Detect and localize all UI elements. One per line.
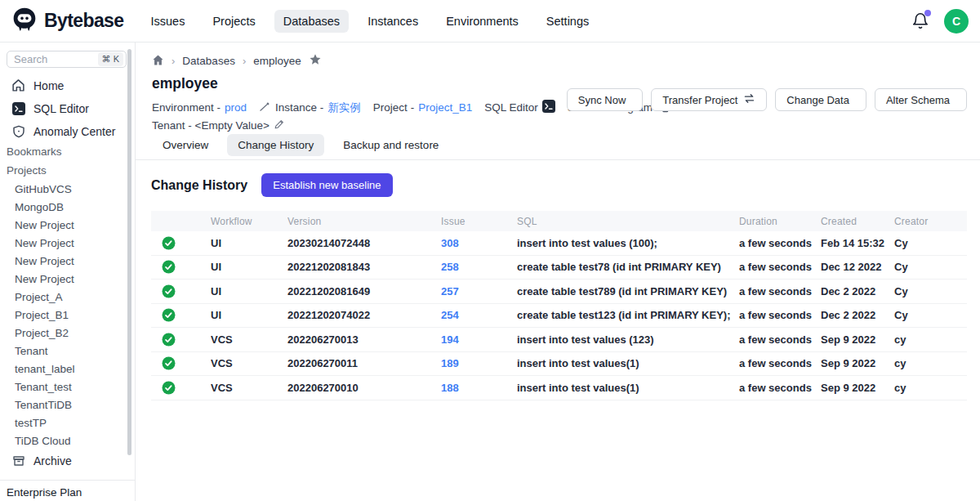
sidebar-project-item[interactable]: tenant_label: [0, 360, 135, 378]
creator-cell: cy: [894, 382, 967, 394]
sidebar-nav-item[interactable]: Anomaly Center: [0, 120, 135, 143]
top-bar: Bytebase Issues Projects Databases Insta…: [0, 0, 980, 42]
instance-meta: Instance - 新实例: [259, 101, 361, 115]
issue-link[interactable]: 189: [441, 357, 517, 369]
sidebar-bottom: Archive Enterprise Plan: [0, 450, 135, 501]
sidebar-scrollbar[interactable]: [127, 49, 131, 455]
environment-link[interactable]: prod: [225, 101, 247, 114]
nav-item[interactable]: Issues: [141, 10, 194, 33]
pencil-icon[interactable]: [274, 119, 285, 132]
sidebar-item-archive[interactable]: Archive: [0, 450, 135, 472]
sql-cell: create table test123 (id int PRIMARY KEY…: [517, 309, 739, 321]
success-status-icon: [151, 333, 211, 347]
sidebar-project-item[interactable]: Project_B1: [0, 306, 135, 324]
change-history-header: Change History Establish new baseline: [151, 173, 393, 197]
nav-item[interactable]: Projects: [203, 10, 264, 33]
action-button[interactable]: Sync Now: [567, 88, 644, 111]
bytebase-logo-icon: [11, 7, 38, 36]
created-cell: Dec 2 2022: [821, 285, 894, 297]
table-row[interactable]: VCS 202206270010 188 insert into test va…: [151, 376, 967, 400]
keyboard-shortcut-badge: ⌘ K: [98, 52, 123, 66]
success-status-icon: [151, 236, 211, 250]
nav-item[interactable]: Environments: [437, 10, 528, 33]
version-cell: 202206270013: [287, 333, 441, 346]
creator-cell: Cy: [894, 309, 967, 321]
nav-item[interactable]: Databases: [274, 10, 349, 33]
column-header: Duration: [739, 216, 821, 227]
action-button[interactable]: Alter Schema: [875, 88, 967, 111]
bookmark-star-icon[interactable]: [309, 53, 322, 69]
sidebar-nav-item[interactable]: Home: [0, 74, 135, 97]
brand-name: Bytebase: [44, 10, 123, 32]
tab[interactable]: Backup and restore: [332, 134, 449, 156]
issue-link[interactable]: 188: [441, 382, 517, 394]
sidebar-project-item[interactable]: MongoDB: [0, 198, 135, 216]
issue-link[interactable]: 258: [441, 261, 517, 273]
terminal-icon: [11, 101, 25, 115]
notification-bell-icon[interactable]: [911, 12, 929, 30]
duration-cell: a few seconds: [739, 261, 821, 273]
sidebar-project-item[interactable]: New Project: [0, 234, 135, 252]
creator-cell: Cy: [894, 285, 967, 297]
sql-editor-shortcut[interactable]: SQL Editor: [484, 100, 555, 115]
sidebar-project-item[interactable]: New Project: [0, 270, 135, 288]
version-cell: 20221202081649: [287, 285, 441, 297]
success-status-icon: [151, 260, 211, 274]
table-row[interactable]: VCS 202206270011 189 insert into test va…: [151, 352, 967, 377]
success-status-icon: [151, 356, 211, 370]
sidebar-project-item[interactable]: TenantTiDB: [0, 396, 135, 414]
avatar[interactable]: C: [944, 9, 969, 34]
sidebar-project-item[interactable]: Tenant: [0, 342, 135, 360]
issue-link[interactable]: 254: [441, 309, 517, 321]
sidebar-project-item[interactable]: New Project: [0, 252, 135, 270]
bytebase-logo[interactable]: Bytebase: [11, 7, 123, 36]
version-cell: 20230214072448: [287, 237, 441, 249]
tenant-value: Tenant - <Empty Value>: [152, 119, 270, 132]
table-row[interactable]: UI 20221202081649 257 create table test7…: [151, 280, 967, 304]
action-button[interactable]: Change Data: [775, 88, 866, 111]
topbar-right: C: [911, 9, 969, 34]
created-cell: Dec 12 2022: [821, 261, 894, 273]
instance-link[interactable]: 新实例: [327, 101, 361, 115]
table-row[interactable]: UI 20230214072448 308 insert into test v…: [151, 231, 967, 256]
sidebar-project-item[interactable]: New Project: [0, 216, 135, 234]
sql-editor-icon: [542, 100, 555, 115]
duration-cell: a few seconds: [739, 285, 821, 297]
sidebar-project-item[interactable]: TiDB Cloud: [0, 432, 135, 450]
search-input[interactable]: [14, 53, 84, 65]
breadcrumb: › Databases › employee: [152, 53, 322, 69]
nav-item[interactable]: Instances: [359, 10, 427, 33]
workflow-cell: VCS: [211, 333, 287, 346]
issue-link[interactable]: 308: [441, 237, 517, 249]
issue-link[interactable]: 257: [441, 285, 517, 297]
created-cell: Sep 9 2022: [821, 333, 894, 346]
action-button[interactable]: Transfer Project: [651, 88, 767, 111]
establish-baseline-button[interactable]: Establish new baseline: [261, 173, 392, 197]
sidebar-project-item[interactable]: Project_A: [0, 288, 135, 306]
project-link[interactable]: Project_B1: [418, 101, 472, 114]
sidebar-project-item[interactable]: Tenant_test: [0, 378, 135, 396]
sidebar-project-item[interactable]: Project_B2: [0, 324, 135, 342]
sidebar-project-item[interactable]: testTP: [0, 414, 135, 432]
table-row[interactable]: UI 20221202074022 254 create table test1…: [151, 304, 967, 329]
version-cell: 20221202074022: [287, 309, 441, 321]
breadcrumb-databases[interactable]: Databases: [182, 55, 235, 67]
search-box[interactable]: ⌘ K: [7, 51, 127, 68]
tab[interactable]: Change History: [227, 134, 324, 156]
plan-badge[interactable]: Enterprise Plan: [0, 480, 135, 501]
issue-link[interactable]: 194: [441, 333, 517, 346]
sidebar-project-item[interactable]: GitHubVCS: [0, 180, 135, 198]
tab[interactable]: Overview: [152, 134, 219, 156]
duration-cell: a few seconds: [739, 309, 821, 321]
archive-box-icon: [11, 454, 25, 468]
home-icon: [11, 78, 25, 92]
sidebar-nav-item[interactable]: SQL Editor: [0, 97, 135, 120]
table-row[interactable]: VCS 202206270013 194 insert into test va…: [151, 328, 967, 352]
creator-cell: cy: [894, 357, 967, 369]
table-row[interactable]: UI 20221202081843 258 create table test7…: [151, 256, 967, 280]
nav-item[interactable]: Settings: [537, 10, 598, 33]
primary-nav: Issues Projects Databases Instances Envi…: [141, 10, 598, 33]
project-meta: Project - Project_B1: [373, 101, 472, 114]
version-cell: 202206270010: [287, 382, 441, 394]
home-icon[interactable]: [152, 54, 164, 69]
